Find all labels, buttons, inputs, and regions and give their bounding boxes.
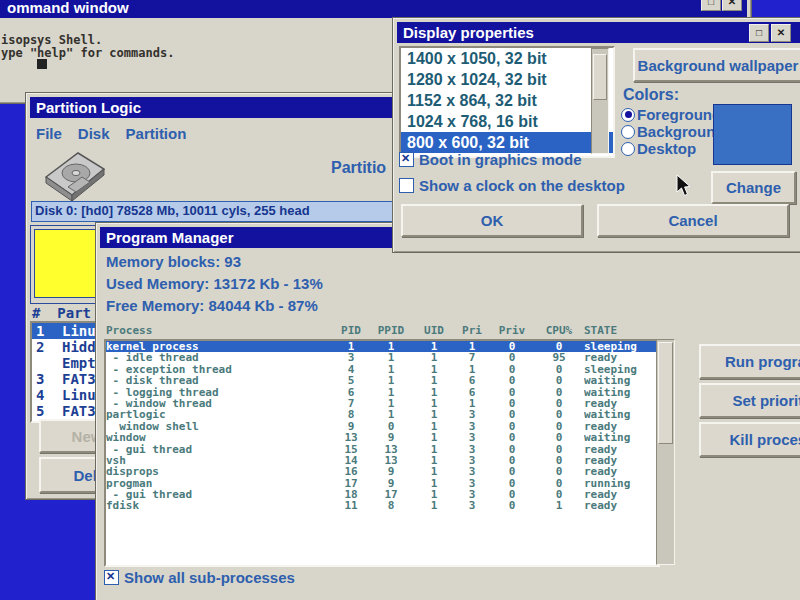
boot-graphics-label: Boot in graphics mode bbox=[419, 151, 582, 168]
process-column-header: CPU% bbox=[534, 324, 584, 337]
resolution-list: 1400 x 1050, 32 bit1280 x 1024, 32 bit11… bbox=[399, 46, 615, 158]
partition-block-yellow[interactable] bbox=[34, 229, 102, 298]
process-row[interactable]: fdisk1181301ready bbox=[106, 500, 658, 511]
minimize-icon[interactable]: □ bbox=[749, 24, 769, 42]
shell-output-line1: isopsys Shell. bbox=[1, 33, 102, 47]
process-column-header: Pri bbox=[454, 324, 490, 337]
show-subprocesses-checkbox[interactable] bbox=[104, 570, 119, 585]
partition-number: 5 bbox=[32, 403, 62, 419]
process-column-header: PPID bbox=[368, 324, 414, 337]
partition-number: 4 bbox=[32, 387, 62, 403]
menu-partition[interactable]: Partition bbox=[126, 125, 187, 142]
process-list-scrollbar[interactable] bbox=[656, 339, 675, 565]
partition-name: FAT3 bbox=[62, 403, 96, 419]
command-window-title: ommand window bbox=[7, 0, 129, 18]
process-column-header: UID bbox=[414, 324, 454, 337]
color-swatch[interactable] bbox=[713, 104, 792, 165]
desktop: ommand window □ ✕ isopsys Shell. ype "he… bbox=[0, 0, 800, 600]
program-manager-title: Program Manager bbox=[106, 229, 234, 246]
show-subprocesses-label: Show all sub-processes bbox=[124, 569, 295, 586]
partition-number bbox=[32, 355, 62, 371]
display-properties-title: Display properties bbox=[403, 24, 534, 41]
command-window-titlebar[interactable]: ommand window □ ✕ bbox=[0, 0, 747, 18]
partition-logic-title: Partition Logic bbox=[36, 99, 141, 116]
background-wallpaper-button[interactable]: Background wallpaper bbox=[633, 48, 800, 82]
partition-number: 3 bbox=[32, 371, 62, 387]
process-row[interactable]: - logging thread611600waiting bbox=[106, 387, 658, 398]
menu-file[interactable]: File bbox=[36, 125, 62, 142]
process-column-header: PID bbox=[334, 324, 368, 337]
background-radio-label: Background bbox=[637, 123, 725, 140]
process-table-header: ProcessPIDPPIDUIDPriPrivCPU%STATE bbox=[106, 324, 656, 337]
process-column-header: Process bbox=[106, 324, 334, 337]
partition-name: FAT3 bbox=[62, 371, 96, 387]
process-row[interactable]: vsh14131300ready bbox=[106, 455, 658, 466]
free-memory-label: Free Memory: 84044 Kb - 87% bbox=[106, 297, 318, 314]
used-memory-label: Used Memory: 13172 Kb - 13% bbox=[106, 275, 323, 292]
ok-button[interactable]: OK bbox=[401, 204, 583, 237]
process-row[interactable]: disprops1691300ready bbox=[106, 466, 658, 477]
process-row[interactable]: - window thread711100ready bbox=[106, 398, 658, 409]
set-priority-button[interactable]: Set priority bbox=[699, 383, 800, 418]
resolution-option[interactable]: 800 x 600, 32 bit bbox=[401, 132, 613, 153]
process-row[interactable]: window1391300waiting bbox=[106, 432, 658, 443]
foreground-radio-label: Foreground bbox=[637, 106, 721, 123]
partition-section-label: Partitio bbox=[331, 159, 386, 177]
process-row[interactable]: progman1791300running bbox=[106, 478, 658, 489]
hard-disk-icon[interactable] bbox=[38, 143, 108, 205]
kill-process-button[interactable]: Kill process bbox=[699, 422, 800, 457]
partition-number: 2 bbox=[32, 339, 62, 355]
process-row[interactable]: window shell901300ready bbox=[106, 421, 658, 432]
show-clock-checkbox[interactable] bbox=[399, 178, 414, 193]
close-icon[interactable]: ✕ bbox=[771, 24, 791, 42]
display-properties-titlebar[interactable]: Display properties □ ✕ bbox=[397, 22, 800, 43]
process-column-header: Priv bbox=[490, 324, 534, 337]
partition-name: Linu bbox=[62, 323, 96, 339]
program-manager-window: Program Manager Memory blocks: 93 Used M… bbox=[95, 222, 800, 600]
scrollbar-thumb[interactable] bbox=[658, 342, 673, 444]
shell-output-line2: ype "help" for commands. bbox=[1, 46, 174, 60]
process-list: kernel process111100sleeping - idle thre… bbox=[104, 339, 660, 567]
background-radio[interactable] bbox=[621, 125, 635, 139]
cancel-button[interactable]: Cancel bbox=[597, 204, 789, 237]
resolution-option[interactable]: 1152 x 864, 32 bit bbox=[401, 90, 613, 111]
resolution-option[interactable]: 1024 x 768, 16 bit bbox=[401, 111, 613, 132]
menu-disk[interactable]: Disk bbox=[78, 125, 110, 142]
scrollbar-thumb[interactable] bbox=[593, 54, 607, 100]
resolution-scrollbar[interactable] bbox=[591, 48, 609, 154]
process-column-header: STATE bbox=[584, 324, 656, 337]
partition-name: Empt bbox=[62, 355, 96, 371]
process-row[interactable]: - exception thread411100sleeping bbox=[106, 364, 658, 375]
mouse-cursor bbox=[676, 174, 693, 197]
partition-number: 1 bbox=[32, 323, 62, 339]
process-row[interactable]: - idle thread3117095ready bbox=[106, 352, 658, 363]
desktop-radio[interactable] bbox=[621, 142, 635, 156]
foreground-radio[interactable] bbox=[621, 108, 635, 122]
run-program-button[interactable]: Run program bbox=[699, 344, 800, 379]
partition-list-header: # Part bbox=[32, 305, 91, 321]
close-icon[interactable]: ✕ bbox=[722, 0, 742, 11]
boot-graphics-checkbox[interactable] bbox=[399, 152, 414, 167]
process-row[interactable]: partlogic811300waiting bbox=[106, 409, 658, 420]
display-properties-window: Display properties □ ✕ 1400 x 1050, 32 b… bbox=[392, 17, 800, 253]
partition-name: Linu bbox=[62, 387, 96, 403]
show-clock-label: Show a clock on the desktop bbox=[419, 177, 625, 194]
minimize-icon[interactable]: □ bbox=[701, 0, 721, 11]
process-row[interactable]: - gui thread15131300ready bbox=[106, 444, 658, 455]
memory-blocks-label: Memory blocks: 93 bbox=[106, 253, 241, 270]
resolution-option[interactable]: 1400 x 1050, 32 bit bbox=[401, 48, 613, 69]
colors-label: Colors: bbox=[623, 86, 679, 104]
shell-cursor[interactable] bbox=[37, 59, 47, 69]
process-row[interactable]: kernel process111100sleeping bbox=[106, 341, 658, 352]
partition-name: Hidd bbox=[62, 339, 96, 355]
change-color-button[interactable]: Change bbox=[711, 171, 796, 204]
resolution-option[interactable]: 1280 x 1024, 32 bit bbox=[401, 69, 613, 90]
desktop-radio-label: Desktop bbox=[637, 140, 696, 157]
process-row[interactable]: - disk thread511600waiting bbox=[106, 375, 658, 386]
process-row[interactable]: - gui thread18171300ready bbox=[106, 489, 658, 500]
